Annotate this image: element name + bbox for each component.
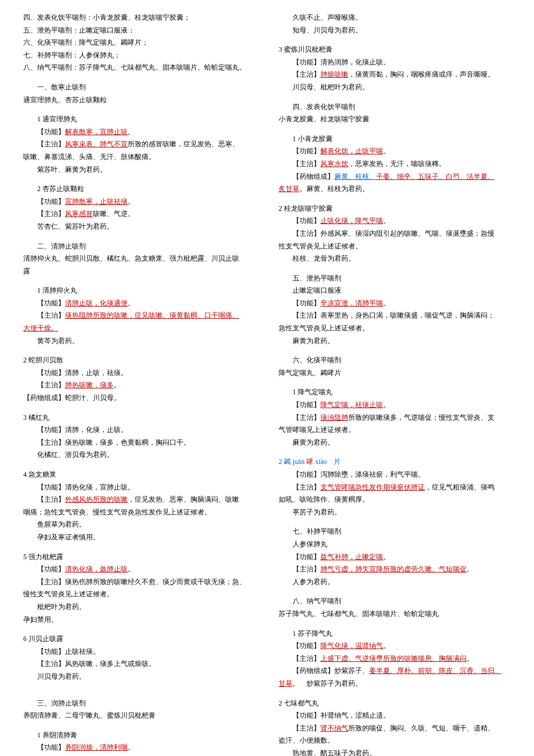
text-span: 七、补肺平喘剂：人参保肺丸； (23, 51, 121, 59)
text-line: 【主治】风寒水饮，恶寒发热，无汗，喘咳痰稀。 (279, 158, 511, 171)
text-line: 6 川贝止咳露 (23, 633, 255, 646)
text-line: 七、补肺平喘剂：人参保肺丸； (23, 49, 255, 62)
text-line: 盗汗、小便频数。 (279, 735, 511, 747)
text-span: 麻黄为君药。 (293, 438, 334, 447)
text-line: 二、清肺止咳剂 (23, 240, 255, 253)
text-line: 咳嗽、鼻塞流涕、头痛、无汗、肢体酸痛。 (23, 151, 255, 164)
text-span: 上盛下虚、气逆痰壅所致的咳嗽喘息、胸膈满闷 (320, 654, 467, 663)
text-line: 【主治】风热咳嗽，痰多上气或燥咳。 (23, 658, 255, 671)
text-span: 紫苏叶、麻黄为君药。 (37, 165, 107, 174)
text-span: 七、补肺平喘剂 (293, 527, 341, 535)
text-span: 化橘红、浙贝母为君药。 (37, 451, 114, 459)
text-span: 2 杏苏止咳颗粒 (37, 185, 84, 193)
text-span: 【主治】表寒里热，身热口渴，咳嗽痰盛，喘促气逆，胸膈满闷； (293, 311, 495, 319)
text-span: 黄芩为君药。 (37, 337, 79, 345)
text-line: 【功能】解表化饮，止咳平喘。 (279, 145, 511, 158)
text-line: 八、纳气平喘剂：苏子降气丸、七味都气丸、固本咳喘片、蛤蚧定喘丸。 (23, 62, 255, 74)
text-span: 。 (383, 299, 390, 307)
text-line: 炙甘草。麻黄、桂枝为君药。 (279, 183, 511, 196)
text-span: 干姜、细辛、五味子、白芍、法半夏、 (376, 172, 495, 181)
text-span: 【主治】 (37, 495, 65, 503)
text-line: 桂枝、龙骨为君药。 (279, 253, 511, 265)
text-line: 【功能】清热化痰，宣肺止咳。 (23, 481, 255, 494)
spacer (23, 626, 255, 633)
text-span: 宣肺散寒，止咳祛痰 (65, 197, 128, 206)
text-span: 知母、川贝母为君药。 (293, 26, 362, 34)
text-span: 露 (23, 267, 30, 275)
text-span: 解表化饮，止咳平喘 (320, 147, 383, 155)
text-line: 三、润肺止咳剂 (23, 697, 255, 710)
text-span: 【主治】 (37, 210, 65, 218)
spacer (23, 347, 255, 354)
text-line: 【功能】止咳祛痰。 (23, 646, 255, 658)
text-span: 人参保肺丸 (293, 540, 327, 548)
text-span: 3 橘红丸 (23, 413, 49, 422)
spacer (279, 265, 511, 272)
text-span: 所致的喘促、胸闷、久咳、气短、咽干、遗精、 (348, 724, 495, 732)
text-line: 【功能】降气化痰，温肾纳气。 (279, 640, 511, 653)
text-line: 1 小青龙胶囊 (279, 133, 511, 146)
text-span: 【主治】痰热伤肺所致的咳嗽经久不愈、痰少而黄或干咳无痰；急、 (37, 578, 246, 586)
text-line: 1 养阴清肺膏 (23, 729, 255, 742)
text-line: 【主治】表寒里热，身热口渴，咳嗽痰盛，喘促气逆，胸膈满闷； (279, 309, 511, 322)
text-span: 【功能】清热润肺，化痰止咳。 (293, 58, 390, 66)
spacer (23, 176, 255, 183)
text-line: 5 强力枇杷露 (23, 551, 255, 564)
text-line: 【主治】外感风热所致的咳嗽，症见发热、恶寒、胸膈满闷、咳嗽 (23, 494, 255, 506)
text-span: 咳嗽、鼻塞流涕、头痛、无汗、肢体酸痛。 (23, 153, 156, 161)
text-span: 【主治】 (293, 70, 320, 78)
text-line: 2 蛇胆川贝散 (23, 354, 255, 367)
text-span: 解表散寒，宣肺止咳 (65, 128, 128, 136)
text-span: 麻黄为君药。 (293, 337, 334, 345)
text-line: 【主治】痰热伤肺所致的咳嗽经久不愈、痰少而黄或干咳无痰；急、 (23, 576, 255, 589)
text-line: 【药物组成】炒紫苏子、姜半夏、厚朴、前胡、陈皮、沉香、当归、 (279, 665, 511, 678)
text-line: 【主治】支气管哮喘急性发作期痰瘀伏肺证，症见气粗痰涌、痰鸣 (279, 481, 511, 494)
text-line: 3 橘红丸 (23, 412, 255, 424)
text-span: 【功能】 (37, 128, 65, 136)
text-span: 【功能】 (37, 197, 65, 206)
text-line: 麻黄为君药。 (279, 335, 511, 348)
text-line: 一、散寒止咳剂 (23, 81, 255, 94)
text-span: 6 川贝止咳露 (23, 635, 63, 643)
text-line: 【主治】肺热咳嗽，痰多。 (23, 379, 255, 392)
text-line: 气管哮喘见上述证候者。 (279, 424, 511, 437)
text-span: 2 蛇胆川贝散 (23, 356, 63, 364)
text-span: 鱼腥草为君药。 (37, 520, 86, 528)
text-span: 【功能】 (293, 299, 320, 307)
text-line: 六、化痰平喘剂 (279, 354, 511, 367)
text-span: 通宣理肺丸、杏苏止咳颗粒 (23, 96, 107, 104)
spacer (23, 405, 255, 412)
spacer (279, 588, 511, 595)
text-line: 【药物组成】蛇胆汁、川贝母。 (23, 392, 255, 405)
text-line: 【功能】补肾纳气，涩精止遗。 (279, 710, 511, 722)
text-span: 2 蠲 juān (279, 458, 306, 466)
text-span: 如吼、咳呛阵作、痰黄稠厚。 (279, 495, 369, 503)
left-column: 四、发表化饮平喘剂：小青龙胶囊、桂龙咳喘宁胶囊；五、泄热平喘剂：止嗽定喘口服液；… (23, 12, 255, 756)
text-line: 六、化痰平喘剂：降气定喘丸、蠲哮片； (23, 37, 255, 49)
spacer (23, 462, 255, 469)
text-span: 【功能】 (37, 299, 65, 307)
text-span: 肺热咳嗽，痰多 (65, 381, 114, 389)
text-line: 苏子降气丸、七味都气丸、固本咳喘片、蛤蚧定喘丸 (279, 608, 511, 621)
text-line: 【主治】风寒感冒咳嗽、气逆。 (23, 208, 255, 221)
text-span: 【主治】风热咳嗽，痰多上气或燥咳。 (37, 660, 156, 668)
text-span: 。 (128, 565, 135, 573)
text-span: 【主治】 (293, 565, 320, 573)
text-line: 甘草。 炒紫苏子为君药。 (279, 678, 511, 690)
text-span: 五、泄热平喘剂 (293, 274, 341, 282)
text-span: 肺气亏虚，肺失宣降所致的虚劳久嗽、气短喘促 (320, 565, 467, 573)
text-span: 【功能】 (293, 401, 320, 409)
text-span: 。 (383, 147, 390, 155)
text-span: 四、发表化饮平喘剂 (293, 103, 355, 111)
text-span: ，症见气粗痰涌、痰鸣 (425, 483, 495, 491)
text-span: 急性支气管炎见上述证候者。 (279, 324, 369, 332)
text-span: 。 (114, 381, 121, 389)
text-span: 。 炒紫苏子为君药。 (293, 679, 362, 687)
text-span: 。 (383, 401, 390, 409)
text-span: 。 (128, 299, 135, 307)
text-span: ，痰黄而黏，胸闷，咽喉疼痛或痒，声音嘶哑。 (348, 70, 495, 78)
text-span: 气管哮喘见上述证候者。 (279, 426, 355, 434)
text-span: 风寒水饮 (320, 160, 348, 168)
text-span: 养阴清肺膏、二母宁嗽丸、蜜炼川贝枇杷膏 (23, 711, 156, 719)
text-span: 【功能】泻肺除壅，涤痰祛瘀，利气平喘。 (293, 470, 425, 478)
